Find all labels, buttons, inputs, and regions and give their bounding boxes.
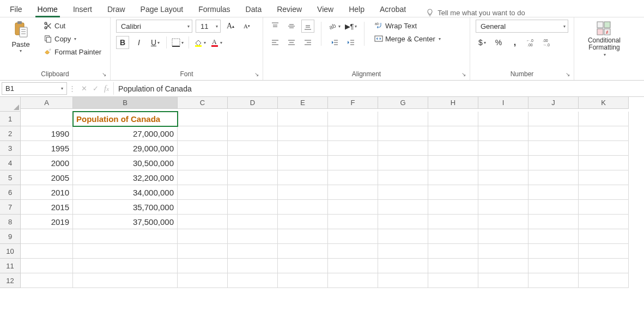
insert-function-button[interactable]: fx [104,84,109,93]
worksheet-grid[interactable]: ABCDEFGHIJK1Population of Canada2199027,… [0,97,644,288]
cell-C12[interactable] [178,273,228,288]
cell-I2[interactable] [478,126,528,141]
cell-J12[interactable] [528,273,579,288]
cell-H4[interactable] [428,156,478,170]
align-center-button[interactable] [285,36,298,49]
column-header-J[interactable]: J [528,97,579,109]
cell-B8[interactable]: 37,500,000 [73,215,178,229]
cell-B9[interactable] [73,229,178,244]
format-painter-button[interactable]: Format Painter [40,46,105,58]
cell-D5[interactable] [228,170,278,185]
row-header-12[interactable]: 12 [0,273,21,288]
cell-D4[interactable] [228,156,278,170]
font-size-select[interactable]: 11 ▾ [196,20,221,33]
cell-K7[interactable] [579,200,629,215]
tab-home[interactable]: Home [31,2,64,17]
cell-E12[interactable] [278,273,328,288]
cell-B12[interactable] [73,273,178,288]
cell-J1[interactable] [528,112,579,126]
cell-A2[interactable]: 1990 [21,126,73,141]
cell-D9[interactable] [228,229,278,244]
cell-A7[interactable]: 2015 [21,200,73,215]
increase-indent-button[interactable] [344,36,357,49]
cell-J2[interactable] [528,126,579,141]
cell-A12[interactable] [21,273,73,288]
cell-K1[interactable] [579,112,629,126]
cell-B10[interactable] [73,244,178,259]
decrease-font-button[interactable]: A▾ [240,20,253,33]
cell-F7[interactable] [328,200,378,215]
cell-K10[interactable] [579,244,629,259]
wrap-text-button[interactable]: ab Wrap Text [371,20,444,32]
row-header-4[interactable]: 4 [0,156,21,170]
cell-F1[interactable] [328,112,378,126]
cell-I6[interactable] [478,185,528,200]
cell-J3[interactable] [528,141,579,156]
cell-C11[interactable] [178,259,228,273]
cell-I7[interactable] [478,200,528,215]
cell-C1[interactable] [178,112,228,126]
cell-E9[interactable] [278,229,328,244]
currency-button[interactable]: $▾ [476,36,489,49]
column-header-I[interactable]: I [478,97,528,109]
cell-B6[interactable]: 34,000,000 [73,185,178,200]
cell-F10[interactable] [328,244,378,259]
cell-I12[interactable] [478,273,528,288]
cell-H10[interactable] [428,244,478,259]
cell-B2[interactable]: 27,000,000 [73,126,178,141]
cell-D3[interactable] [228,141,278,156]
cell-I1[interactable] [478,112,528,126]
row-header-10[interactable]: 10 [0,244,21,259]
tab-review[interactable]: Review [270,2,308,17]
cell-I3[interactable] [478,141,528,156]
cell-F2[interactable] [328,126,378,141]
orientation-button[interactable]: ab▾ [328,20,341,33]
cell-D8[interactable] [228,215,278,229]
percent-button[interactable]: % [492,36,505,49]
cell-H2[interactable] [428,126,478,141]
cell-G12[interactable] [378,273,428,288]
decrease-indent-button[interactable] [328,36,341,49]
cell-H7[interactable] [428,200,478,215]
cell-A3[interactable]: 1995 [21,141,73,156]
cell-G5[interactable] [378,170,428,185]
cell-I4[interactable] [478,156,528,170]
cell-I8[interactable] [478,215,528,229]
cell-G1[interactable] [378,112,428,126]
column-header-D[interactable]: D [228,97,278,109]
cell-K11[interactable] [579,259,629,273]
cancel-formula-button[interactable]: ✕ [81,84,87,93]
cell-G11[interactable] [378,259,428,273]
cell-G10[interactable] [378,244,428,259]
row-header-7[interactable]: 7 [0,200,21,215]
cell-H12[interactable] [428,273,478,288]
column-header-H[interactable]: H [428,97,478,109]
cell-E8[interactable] [278,215,328,229]
bold-button[interactable]: B [116,36,129,49]
cell-K5[interactable] [579,170,629,185]
comma-button[interactable]: , [508,36,521,49]
cell-H11[interactable] [428,259,478,273]
row-header-3[interactable]: 3 [0,141,21,156]
row-header-1[interactable]: 1 [0,112,21,126]
cell-E1[interactable] [278,112,328,126]
cell-K8[interactable] [579,215,629,229]
cell-E3[interactable] [278,141,328,156]
cell-G8[interactable] [378,215,428,229]
cell-D2[interactable] [228,126,278,141]
cell-J10[interactable] [528,244,579,259]
cell-F8[interactable] [328,215,378,229]
cell-I9[interactable] [478,229,528,244]
cell-F6[interactable] [328,185,378,200]
cell-A8[interactable]: 2019 [21,215,73,229]
row-header-8[interactable]: 8 [0,215,21,229]
italic-button[interactable]: I [132,36,145,49]
column-header-K[interactable]: K [579,97,629,109]
cell-F12[interactable] [328,273,378,288]
cell-J5[interactable] [528,170,579,185]
cell-A11[interactable] [21,259,73,273]
cell-E7[interactable] [278,200,328,215]
cell-F3[interactable] [328,141,378,156]
cell-D12[interactable] [228,273,278,288]
cell-C8[interactable] [178,215,228,229]
